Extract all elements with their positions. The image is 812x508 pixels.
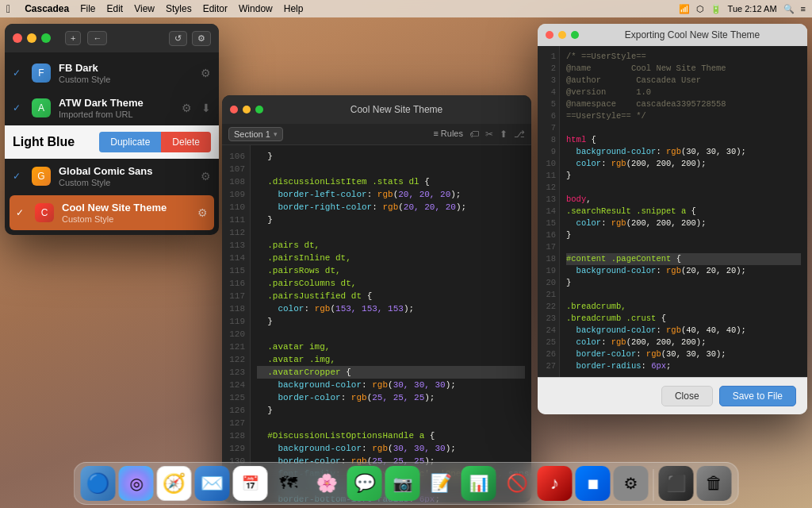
section-selector[interactable]: Section 1 ▾ <box>228 127 283 141</box>
editor-toolbar-icons: ≡ Rules 🏷 ✂ ⬆ ⎇ <box>433 129 525 140</box>
style-icon-atw-dark: A <box>32 98 51 117</box>
style-download-atw-dark[interactable]: ⬇ <box>201 102 211 114</box>
export-window: Exporting Cool New Site Theme 12345 6789… <box>538 24 807 414</box>
editor-titlebar: Cool New Site Theme <box>222 95 531 124</box>
search-icon[interactable]: 🔍 <box>783 4 795 14</box>
tag-icon[interactable]: 🏷 <box>469 129 479 140</box>
menu-edit[interactable]: Edit <box>107 3 124 14</box>
wifi-icon: 📶 <box>679 4 690 14</box>
control-center-icon[interactable]: ≡ <box>801 4 806 13</box>
dock-separator <box>653 469 654 501</box>
dock-icon-siri[interactable]: ◎ <box>119 466 154 501</box>
style-enabled-check[interactable]: ✓ <box>13 171 24 182</box>
editor-traffic-lights <box>230 106 263 114</box>
dup-del-buttons: Duplicate Delete <box>99 132 211 152</box>
dock-icon-finder[interactable]: 🔵 <box>81 466 116 501</box>
editor-maximize-button[interactable] <box>255 106 263 114</box>
maximize-button[interactable] <box>41 33 51 43</box>
style-name-fb-dark: FB Dark <box>59 62 193 74</box>
close-button[interactable] <box>13 33 22 43</box>
app-name[interactable]: Cascadea <box>25 3 69 14</box>
style-sub-global-comic-sans: Custom Style <box>59 178 193 187</box>
dock-icon-finder2[interactable]: ⬛ <box>659 466 694 501</box>
line-numbers: 106107108109110 111112113114115 11611711… <box>222 145 251 502</box>
style-name-cool-new-site-theme: Cool New Site Theme <box>62 202 190 214</box>
add-style-button[interactable]: + <box>65 31 81 45</box>
dock-icon-trash[interactable]: 🗑 <box>697 466 732 501</box>
menu-file[interactable]: File <box>80 3 95 14</box>
share-icon[interactable]: ⎇ <box>514 129 525 140</box>
dock-icon-system-prefs[interactable]: ⚙ <box>614 466 649 501</box>
delete-button[interactable]: Delete <box>161 132 211 152</box>
style-gear-cool-new-site-theme[interactable]: ⚙ <box>197 206 208 219</box>
scissors-icon[interactable]: ✂ <box>485 129 493 140</box>
menu-window[interactable]: Window <box>239 3 273 14</box>
refresh-button[interactable]: ↺ <box>169 31 187 46</box>
export-code-content: /* ==UserStyle== @name Cool New Site The… <box>560 46 807 377</box>
dock-icon-safari[interactable]: 🧭 <box>157 466 192 501</box>
style-enabled-check[interactable]: ✓ <box>13 102 24 114</box>
cascadea-window: + ← ↺ ⚙ ✓ F FB Dark Custom Style ⚙ ✓ <box>5 24 219 235</box>
style-enabled-check[interactable]: ✓ <box>13 67 24 79</box>
rules-button[interactable]: ≡ Rules <box>433 129 463 140</box>
style-sub-atw-dark: Imported from URL <box>59 110 174 119</box>
light-blue-name: Light Blue <box>13 135 93 149</box>
editor-minimize-button[interactable] <box>243 106 251 114</box>
dock-icon-appstore[interactable]: ◼ <box>576 466 611 501</box>
styles-list: ✓ F FB Dark Custom Style ⚙ ✓ A ATW Dark … <box>5 52 219 235</box>
export-icon[interactable]: ⬆ <box>500 129 508 140</box>
duplicate-button[interactable]: Duplicate <box>99 132 161 152</box>
dock-icon-photos[interactable]: 🌸 <box>309 466 344 501</box>
code-editor[interactable]: 106107108109110 111112113114115 11611711… <box>222 145 531 502</box>
style-gear-global-comic-sans[interactable]: ⚙ <box>201 170 211 183</box>
dock-icon-messages[interactable]: 💬 <box>347 466 382 501</box>
export-max-tl[interactable] <box>571 31 579 39</box>
editor-window: Cool New Site Theme Section 1 ▾ ≡ Rules … <box>222 95 531 502</box>
style-item-light-blue[interactable]: Light Blue Duplicate Delete <box>5 125 219 159</box>
bluetooth-icon: ⬡ <box>696 4 704 14</box>
style-gear-atw-dark[interactable]: ⚙ <box>182 102 192 114</box>
back-button[interactable]: ← <box>87 31 107 45</box>
style-gear-fb-dark[interactable]: ⚙ <box>201 67 211 79</box>
editor-title: Cool New Site Theme <box>270 104 523 115</box>
style-info-atw-dark: ATW Dark Theme Imported from URL <box>59 97 174 119</box>
battery-icon: 🔋 <box>710 4 722 14</box>
dock-icon-music[interactable]: ♪ <box>538 466 573 501</box>
close-button[interactable]: Close <box>661 386 713 406</box>
datetime: Tue 2:12 AM <box>728 4 777 13</box>
save-to-file-button[interactable]: Save to File <box>719 386 796 406</box>
dock-icon-no-entry[interactable]: 🚫 <box>500 466 534 501</box>
dock-icon-notes[interactable]: 📝 <box>423 466 458 501</box>
cascadea-titlebar: + ← ↺ ⚙ <box>5 24 219 52</box>
menubar-left:  Cascadea File Edit View Styles Editor … <box>6 2 303 15</box>
style-item-atw-dark[interactable]: ✓ A ATW Dark Theme Imported from URL ⚙ ⬇ <box>5 90 219 125</box>
dock-icon-calendar[interactable]: 📅 <box>233 466 268 501</box>
menu-editor[interactable]: Editor <box>203 3 228 14</box>
editor-close-button[interactable] <box>230 106 238 114</box>
dock-icon-maps[interactable]: 🗺 <box>271 466 306 501</box>
dock-icon-mail[interactable]: ✉️ <box>195 466 230 501</box>
export-line-numbers: 12345 678910 1112131415 1617181920 21222… <box>538 46 560 377</box>
style-info-cool-new-site-theme: Cool New Site Theme Custom Style <box>62 202 190 224</box>
dock-icon-numbers[interactable]: 📊 <box>462 466 496 501</box>
export-footer: Close Save to File <box>538 377 807 414</box>
minimize-button[interactable] <box>27 33 36 43</box>
style-item-cool-new-site-theme[interactable]: ✓ C Cool New Site Theme Custom Style ⚙ <box>10 195 214 230</box>
menu-help[interactable]: Help <box>284 3 304 14</box>
style-item-fb-dark[interactable]: ✓ F FB Dark Custom Style ⚙ <box>5 56 219 90</box>
editor-toolbar: Section 1 ▾ ≡ Rules 🏷 ✂ ⬆ ⎇ <box>222 124 531 145</box>
export-close-tl[interactable] <box>546 31 553 39</box>
desktop:  Cascadea File Edit View Styles Editor … <box>0 0 812 508</box>
menu-styles[interactable]: Styles <box>166 3 192 14</box>
dock-icon-facetime[interactable]: 📷 <box>385 466 420 501</box>
style-sub-cool-new-site-theme: Custom Style <box>62 214 190 224</box>
settings-button[interactable]: ⚙ <box>192 31 211 46</box>
dock: 🔵 ◎ 🧭 ✉️ 📅 🗺 🌸 💬 📷 📝 📊 🚫 ♪ ◼ ⚙ ⬛ 🗑 <box>74 462 739 505</box>
style-icon-cool-new-site-theme: C <box>35 203 54 222</box>
apple-menu[interactable]:  <box>6 2 10 15</box>
style-item-global-comic-sans[interactable]: ✓ G Global Comic Sans Custom Style ⚙ <box>5 159 219 194</box>
export-titlebar: Exporting Cool New Site Theme <box>538 24 807 46</box>
export-min-tl[interactable] <box>558 31 566 39</box>
menu-view[interactable]: View <box>134 3 155 14</box>
style-enabled-check[interactable]: ✓ <box>16 207 27 218</box>
